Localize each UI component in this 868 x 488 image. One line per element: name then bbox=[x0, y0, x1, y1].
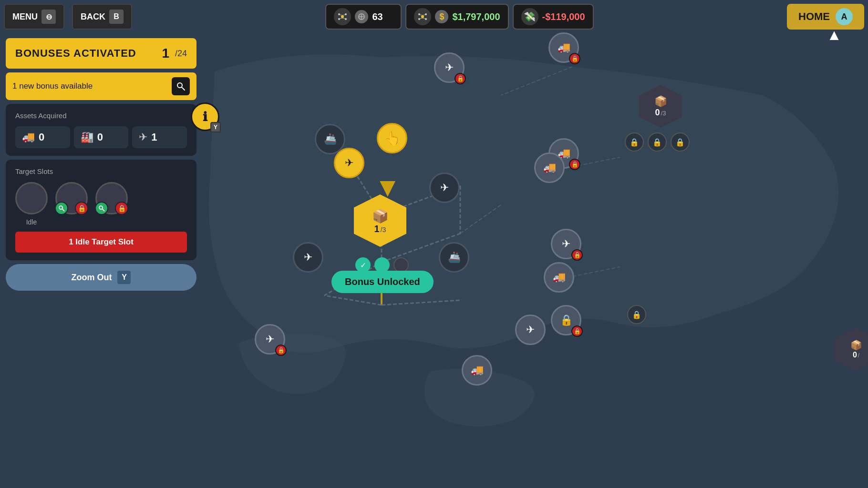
search-badge-3 bbox=[95, 202, 108, 215]
map-node-plane-r-lower[interactable]: ✈ bbox=[515, 315, 546, 345]
hex-edge-count: 0 bbox=[655, 108, 660, 118]
map-node-locked-lr[interactable]: 🔒 🔒 bbox=[551, 305, 581, 336]
target-slots-row: Idle 🔒 🔒 bbox=[15, 182, 187, 226]
back-key: B bbox=[109, 10, 124, 24]
info-icon: ℹ bbox=[203, 110, 207, 124]
asset-factory: 🏭 0 bbox=[74, 126, 129, 148]
svg-line-40 bbox=[62, 209, 64, 211]
lock-icon-3: 🔒 bbox=[115, 202, 128, 215]
delta-icon: 💸 bbox=[521, 8, 538, 25]
plane-r2-icon: ✈ bbox=[562, 238, 570, 250]
lock-overlay-r1: 🔒 bbox=[569, 159, 580, 170]
slot-circle-1 bbox=[15, 182, 48, 214]
map-node-truck-right[interactable]: 🚚 bbox=[534, 152, 565, 183]
assets-row: 🚚 0 🏭 0 ✈ 1 bbox=[15, 126, 187, 148]
bonus-unlocked-label: Bonus Unlocked bbox=[331, 271, 434, 293]
map-node-truck-bottom-center[interactable]: 🚚 bbox=[462, 355, 492, 386]
hex-count: 1 bbox=[374, 224, 380, 234]
lock-overlay-2: 🔒 bbox=[455, 73, 466, 84]
lock-3: 🔒 bbox=[671, 132, 690, 152]
svg-line-20 bbox=[340, 18, 342, 19]
bonus-search-bar bbox=[6, 72, 196, 100]
back-button[interactable]: BACK B bbox=[72, 4, 132, 30]
delta-stat: 💸 -$119,000 bbox=[513, 4, 594, 30]
map-node-hand[interactable]: 👆 bbox=[377, 123, 407, 153]
balance-stat: $ $1,797,000 bbox=[405, 4, 508, 30]
lock-icon-2: 🔒 bbox=[75, 202, 88, 215]
target-slot-1[interactable]: Idle bbox=[15, 182, 48, 226]
map-node-plane-top-left[interactable]: ✈ 🔒 bbox=[434, 52, 465, 83]
map-node-plane-right2[interactable]: ✈ 🔒 bbox=[551, 229, 581, 259]
ship-node-icon: 🚢 bbox=[324, 133, 337, 145]
map-node-plane-center[interactable]: ✈ bbox=[334, 148, 364, 178]
truck-r-icon: 🚚 bbox=[543, 162, 556, 174]
lock-icons-row: 🔒 🔒 🔒 bbox=[625, 132, 690, 152]
svg-line-42 bbox=[102, 209, 104, 211]
plane-fl-icon: ✈ bbox=[266, 333, 274, 346]
plane-count: 1 bbox=[151, 131, 157, 143]
back-label: BACK bbox=[81, 12, 105, 22]
zoom-key: Y bbox=[117, 271, 131, 284]
ship-bl-icon: ✈ bbox=[304, 251, 312, 264]
map-node-ship-bottom-left[interactable]: ✈ bbox=[293, 242, 323, 273]
lock-lr-icon: 🔒 bbox=[560, 314, 573, 326]
sidebar: BONUSES ACTIVATED 1 /24 Assets Acquired … bbox=[6, 38, 196, 291]
map-node-ship-bottom-right[interactable]: 🚢 bbox=[439, 242, 469, 273]
map-node-plane-right[interactable]: ✈ bbox=[429, 173, 460, 203]
menu-button[interactable]: MENU ⊖ bbox=[4, 4, 64, 30]
truck-count: 0 bbox=[39, 131, 44, 143]
bonuses-title: BONUSES ACTIVATED bbox=[15, 47, 156, 60]
svg-line-35 bbox=[420, 18, 423, 19]
ship-br-icon: 🚢 bbox=[448, 251, 461, 264]
target-slots-title: Target Slots bbox=[15, 167, 187, 175]
menu-key: ⊖ bbox=[41, 10, 56, 24]
network-icon2 bbox=[414, 8, 431, 25]
top-bar: MENU ⊖ BACK B bbox=[0, 0, 868, 33]
map-node-truck-br[interactable]: 🚚 bbox=[544, 262, 574, 293]
target-slot-2[interactable]: 🔒 bbox=[55, 182, 88, 214]
bonus-search-input[interactable] bbox=[12, 81, 168, 91]
svg-line-34 bbox=[423, 15, 425, 15]
svg-line-18 bbox=[340, 15, 342, 15]
svg-line-38 bbox=[182, 87, 185, 90]
hex-right-edge[interactable]: 📦 0 /3 bbox=[639, 85, 682, 128]
balance-amount: $1,797,000 bbox=[452, 11, 500, 22]
bonuses-count: 1 bbox=[162, 46, 169, 61]
truck-node-icon: 🚚 bbox=[558, 41, 570, 54]
idle-banner[interactable]: 1 Idle Target Slot bbox=[15, 232, 187, 253]
hex-edge-total: /3 bbox=[661, 110, 666, 117]
connections-stat: 63 bbox=[325, 4, 402, 30]
home-button[interactable]: HOME A bbox=[787, 4, 864, 30]
network-icon bbox=[334, 8, 351, 25]
target-slot-3[interactable]: 🔒 bbox=[95, 182, 128, 214]
hex-far-right[interactable]: 📦 0 / bbox=[835, 328, 868, 371]
info-key: Y bbox=[210, 122, 221, 132]
factory-count: 0 bbox=[97, 131, 103, 143]
map-node-plane-far-left[interactable]: ✈ 🔒 bbox=[255, 324, 285, 355]
svg-point-23 bbox=[361, 16, 362, 18]
svg-line-19 bbox=[342, 15, 345, 15]
zoom-out-button[interactable]: Zoom Out Y bbox=[6, 264, 196, 291]
hex-total: /3 bbox=[381, 226, 386, 234]
hex-fr-icon: 📦 bbox=[850, 339, 862, 351]
lock-lr-overlay: 🔒 bbox=[571, 325, 583, 337]
info-button[interactable]: ℹ Y bbox=[191, 102, 219, 131]
svg-line-36 bbox=[423, 18, 425, 19]
hex-edge-icon: 📦 bbox=[654, 95, 667, 108]
truck-br-icon: 🚚 bbox=[553, 271, 566, 284]
slot-circle-2: 🔒 bbox=[55, 182, 88, 214]
plane-node-icon: ✈ bbox=[445, 61, 454, 74]
svg-point-13 bbox=[341, 15, 344, 18]
lock-overlay: 🔒 bbox=[569, 53, 580, 64]
search-button[interactable] bbox=[172, 77, 190, 95]
slot-1-label: Idle bbox=[26, 218, 37, 226]
bonuses-total: /24 bbox=[175, 49, 187, 59]
map-node-truck-top-right[interactable]: 🚚 🔒 bbox=[548, 32, 579, 63]
truck-icon: 🚚 bbox=[22, 131, 35, 143]
hex-fr-count: 0 bbox=[853, 351, 857, 359]
plane-center-icon: ✈ bbox=[345, 157, 353, 169]
lock-overlay-fl: 🔒 bbox=[275, 345, 287, 356]
svg-line-21 bbox=[342, 18, 345, 19]
home-label: HOME bbox=[798, 10, 830, 23]
connections-count: 63 bbox=[372, 11, 382, 22]
